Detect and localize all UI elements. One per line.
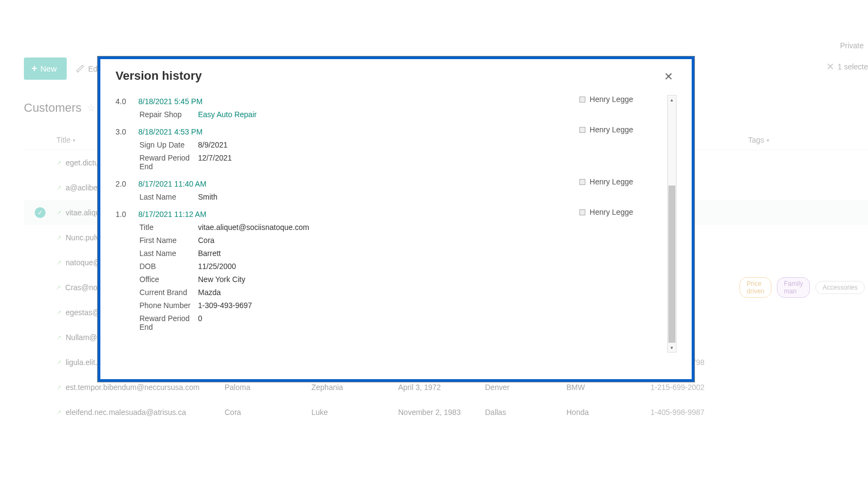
version-date-link[interactable]: 8/17/2021 11:40 AM xyxy=(138,177,206,188)
dialog-title: Version history xyxy=(116,69,676,83)
version-author: Henry Legge xyxy=(579,177,633,186)
detail-value: 11/25/2000 xyxy=(198,262,236,271)
detail-label: DOB xyxy=(139,262,198,271)
detail-label: First Name xyxy=(139,236,198,245)
detail-label: Office xyxy=(139,275,198,284)
version-number: 2.0 xyxy=(116,177,138,188)
close-button[interactable]: ✕ xyxy=(664,70,673,83)
detail-row: Sign Up Date8/9/2021 xyxy=(139,138,660,151)
version-details: Last NameSmith xyxy=(139,190,660,203)
detail-value: 1-309-493-9697 xyxy=(198,301,252,310)
detail-value: 0 xyxy=(198,314,202,331)
scrollbar-thumb[interactable] xyxy=(668,186,675,343)
version-number: 1.0 xyxy=(116,208,138,219)
detail-label: Last Name xyxy=(139,249,198,258)
detail-label: Sign Up Date xyxy=(139,140,198,149)
scroll-up-icon[interactable]: ▴ xyxy=(671,95,673,104)
detail-label: Repair Shop xyxy=(139,110,198,119)
detail-row: Reward Period End12/7/2021 xyxy=(139,151,660,173)
version-number: 4.0 xyxy=(116,95,138,106)
detail-row: DOB11/25/2000 xyxy=(139,260,660,273)
version-history-dialog: ✕ Version history 4.08/18/2021 5:45 PMHe… xyxy=(98,56,694,382)
detail-row: Phone Number1-309-493-9697 xyxy=(139,299,660,312)
user-avatar-icon xyxy=(579,97,585,103)
detail-row: First NameCora xyxy=(139,234,660,247)
detail-row: OfficeNew York City xyxy=(139,273,660,286)
detail-label: Phone Number xyxy=(139,301,198,310)
version-details: Repair ShopEasy Auto Repair xyxy=(139,108,660,121)
detail-value: New York City xyxy=(198,275,245,284)
version-details: Titlevitae.aliquet@sociisnatoque.comFirs… xyxy=(139,221,660,334)
detail-value: Mazda xyxy=(198,288,221,297)
version-entry: 3.08/18/2021 4:53 PMHenry Legge xyxy=(116,125,660,136)
detail-value: vitae.aliquet@sociisnatoque.com xyxy=(198,223,309,232)
version-date-link[interactable]: 8/17/2021 11:12 AM xyxy=(138,208,206,219)
detail-value: Barrett xyxy=(198,249,221,258)
version-details: Sign Up Date8/9/2021Reward Period End12/… xyxy=(139,138,660,173)
detail-label: Title xyxy=(139,223,198,232)
detail-label: Last Name xyxy=(139,193,198,201)
version-entry: 2.08/17/2021 11:40 AMHenry Legge xyxy=(116,177,660,188)
detail-row: Last NameSmith xyxy=(139,190,660,203)
detail-label: Reward Period End xyxy=(139,154,198,171)
version-author: Henry Legge xyxy=(579,95,633,104)
close-icon: ✕ xyxy=(664,71,673,82)
user-avatar-icon xyxy=(579,127,585,133)
version-author: Henry Legge xyxy=(579,208,633,216)
version-entry: 4.08/18/2021 5:45 PMHenry Legge xyxy=(116,95,660,106)
detail-value: 8/9/2021 xyxy=(198,140,228,149)
detail-value: 12/7/2021 xyxy=(198,154,232,171)
user-avatar-icon xyxy=(579,209,585,215)
detail-label: Reward Period End xyxy=(139,314,198,331)
version-date-link[interactable]: 8/18/2021 4:53 PM xyxy=(138,125,202,136)
detail-row: Current BrandMazda xyxy=(139,286,660,299)
detail-row: Titlevitae.aliquet@sociisnatoque.com xyxy=(139,221,660,234)
scroll-down-icon[interactable]: ▾ xyxy=(671,343,673,352)
detail-value: Cora xyxy=(198,236,214,245)
scrollbar[interactable]: ▴ ▾ xyxy=(667,95,676,353)
version-number: 3.0 xyxy=(116,125,138,136)
detail-value[interactable]: Easy Auto Repair xyxy=(198,110,257,119)
detail-row: Reward Period End0 xyxy=(139,312,660,334)
version-author: Henry Legge xyxy=(579,125,633,134)
detail-label: Current Brand xyxy=(139,288,198,297)
detail-row: Repair ShopEasy Auto Repair xyxy=(139,108,660,121)
version-entry: 1.08/17/2021 11:12 AMHenry Legge xyxy=(116,208,660,219)
detail-value: Smith xyxy=(198,193,218,201)
detail-row: Last NameBarrett xyxy=(139,247,660,260)
user-avatar-icon xyxy=(579,179,585,185)
version-date-link[interactable]: 8/18/2021 5:45 PM xyxy=(138,95,202,106)
